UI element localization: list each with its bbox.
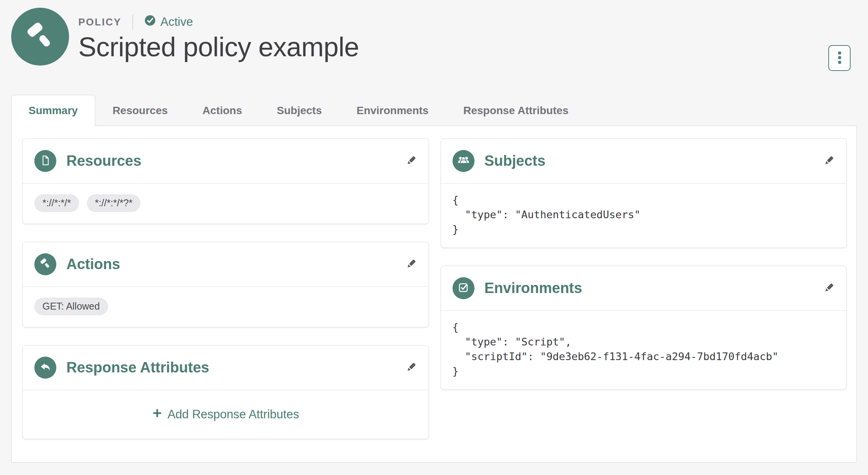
response-attributes-card: Response Attributes [22, 345, 429, 439]
tab-environments[interactable]: Environments [339, 95, 446, 126]
actions-icon-circle [34, 253, 56, 275]
file-icon [40, 155, 51, 168]
plus-icon [152, 408, 162, 421]
subjects-card-header: Subjects [441, 139, 847, 183]
edit-resources-button[interactable] [405, 155, 417, 168]
kebab-vertical-icon [838, 51, 841, 65]
action-tag: GET: Allowed [34, 298, 108, 315]
meta-divider [132, 14, 133, 30]
tab-response-attributes[interactable]: Response Attributes [446, 95, 586, 126]
subjects-icon-circle [453, 150, 475, 172]
resource-tag: *://*:*/*?* [87, 194, 140, 212]
header-meta-row: POLICY Active [78, 14, 359, 30]
environments-card-header: Environments [441, 266, 847, 310]
resources-card: Resources *://*:*/* [22, 138, 429, 224]
policy-avatar [11, 8, 69, 66]
right-column: Subjects { "type": " [441, 138, 847, 390]
subjects-card-title: Subjects [485, 153, 545, 169]
subjects-card: Subjects { "type": " [441, 138, 847, 248]
edit-subjects-button[interactable] [823, 155, 835, 168]
entity-type-label: POLICY [78, 16, 122, 28]
environments-card-title: Environments [485, 280, 582, 296]
actions-card: Actions GET: Allowed [22, 242, 429, 327]
edit-actions-button[interactable] [405, 258, 417, 271]
more-options-button[interactable] [828, 45, 851, 71]
add-response-attributes-button[interactable]: Add Response Attributes [152, 408, 299, 421]
tab-summary[interactable]: Summary [11, 95, 95, 126]
actions-card-title: Actions [66, 256, 120, 273]
users-icon [457, 153, 470, 168]
edit-environments-button[interactable] [823, 282, 835, 295]
check-circle-icon [144, 14, 160, 30]
pencil-icon [405, 361, 417, 374]
pencil-icon [823, 282, 835, 295]
tab-bar: Summary Resources Actions Subjects Envir… [0, 95, 868, 126]
gavel-icon [39, 257, 52, 271]
tab-subjects[interactable]: Subjects [260, 95, 339, 126]
page-header: POLICY Active Scripted policy example [0, 0, 868, 66]
tab-actions[interactable]: Actions [185, 95, 260, 126]
environments-json: { "type": "Script", "scriptId": "9de3eb6… [453, 320, 835, 379]
resource-tag: *://*:*/* [34, 194, 79, 212]
edit-response-attributes-button[interactable] [405, 361, 417, 374]
left-column: Resources *://*:*/* [22, 138, 429, 439]
status-badge: Active [144, 14, 193, 30]
header-text-block: POLICY Active Scripted policy example [78, 8, 359, 62]
response-attributes-icon-circle [34, 357, 56, 379]
pencil-icon [405, 258, 417, 271]
page-title: Scripted policy example [78, 32, 359, 62]
resources-card-header: Resources [23, 139, 429, 183]
response-attributes-card-body: Add Response Attributes [23, 390, 429, 439]
resources-icon-circle [34, 150, 56, 172]
response-attributes-card-title: Response Attributes [66, 359, 209, 376]
pencil-icon [823, 155, 835, 168]
environments-icon-circle [453, 277, 475, 299]
tab-resources[interactable]: Resources [95, 95, 185, 126]
environments-card: Environments { "type [441, 266, 847, 390]
pencil-icon [405, 155, 417, 168]
reply-arrow-icon [39, 360, 52, 375]
status-label: Active [160, 15, 193, 29]
policy-page: POLICY Active Scripted policy example [0, 0, 868, 475]
resources-card-body: *://*:*/* *://*:*/*?* [23, 183, 429, 224]
summary-tab-panel: Resources *://*:*/* [11, 126, 857, 463]
subjects-json: { "type": "AuthenticatedUsers" } [453, 193, 835, 237]
gavel-icon [24, 19, 57, 54]
subjects-card-body: { "type": "AuthenticatedUsers" } [441, 183, 847, 248]
environments-card-body: { "type": "Script", "scriptId": "9de3eb6… [441, 310, 847, 389]
response-attributes-card-header: Response Attributes [23, 345, 429, 390]
add-response-attributes-label: Add Response Attributes [167, 408, 299, 421]
resources-card-title: Resources [66, 153, 141, 169]
actions-card-header: Actions [23, 242, 429, 286]
checkbox-check-icon [457, 281, 469, 295]
actions-card-body: GET: Allowed [23, 286, 429, 327]
